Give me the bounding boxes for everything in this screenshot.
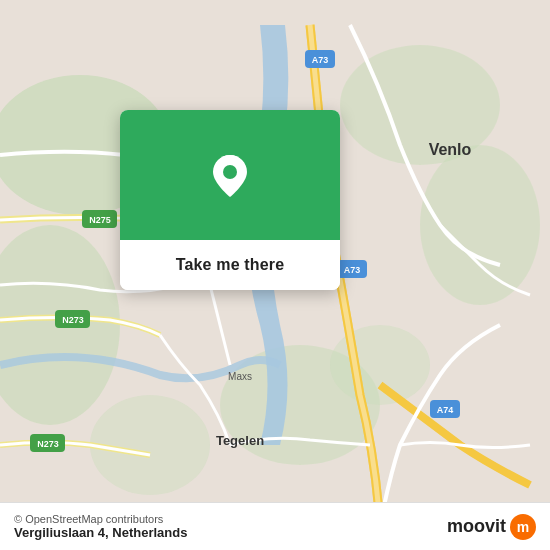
svg-text:N273: N273 [37,439,59,449]
map-container: A73 A73 A74 N275 N273 N273 Maas [0,0,550,550]
svg-text:N275: N275 [89,215,111,225]
location-pin-icon [206,151,254,199]
svg-text:A74: A74 [437,405,454,415]
bottom-bar: © OpenStreetMap contributors Vergiliusla… [0,502,550,550]
moovit-logo-icon: m [517,519,529,535]
svg-text:A73: A73 [344,265,361,275]
attribution-text: © OpenStreetMap contributors [14,513,187,525]
svg-text:N273: N273 [62,315,84,325]
popup-card: Take me there [120,110,340,290]
popup-green-header [120,110,340,240]
svg-text:Tegelen: Tegelen [216,433,264,448]
address-text: Vergiliuslaan 4, Netherlands [14,525,187,540]
moovit-logo: moovit m [447,514,536,540]
svg-text:Maxs: Maxs [228,371,252,382]
take-me-there-button[interactable]: Take me there [120,240,340,290]
moovit-logo-text: moovit [447,516,506,537]
moovit-logo-dot: m [510,514,536,540]
svg-point-25 [223,165,237,179]
svg-point-7 [330,325,430,405]
svg-text:Venlo: Venlo [429,141,472,158]
svg-text:A73: A73 [312,55,329,65]
bottom-bar-left: © OpenStreetMap contributors Vergiliusla… [14,513,187,540]
